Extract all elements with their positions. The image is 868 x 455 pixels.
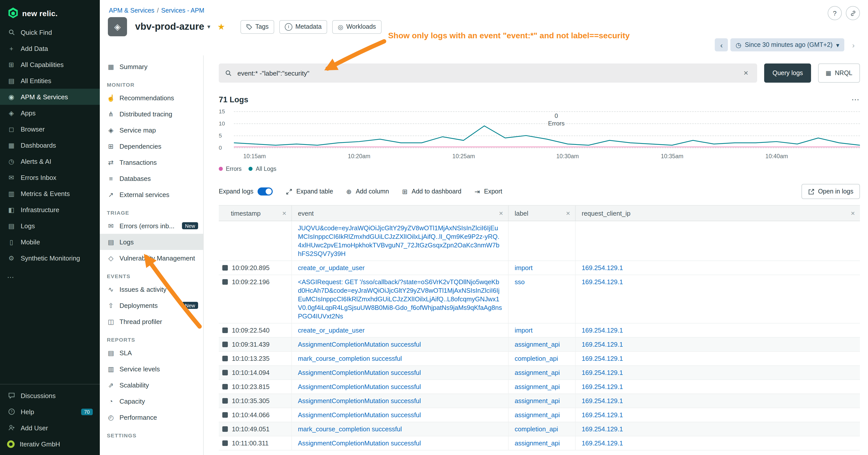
secondary-nav-errors-inbox[interactable]: ✉ Errors (errors inb... New	[100, 218, 203, 234]
log-query-input[interactable]	[237, 69, 736, 77]
open-in-logs-button[interactable]: Open in logs	[802, 184, 860, 199]
log-row[interactable]: 10:11:00.311 AssignmentCompletionMutatio…	[219, 436, 860, 451]
log-row-marker[interactable]	[222, 384, 228, 390]
global-nav-all-entities[interactable]: ▤ All Entities	[0, 72, 100, 89]
log-row-marker[interactable]	[222, 327, 228, 333]
log-ip-link[interactable]: 169.254.129.1	[582, 425, 623, 433]
log-row[interactable]: 10:10:44.066 AssignmentCompletionMutatio…	[219, 408, 860, 422]
log-row[interactable]: 10:10:23.815 AssignmentCompletionMutatio…	[219, 380, 860, 394]
log-row[interactable]: 10:10:13.235 mark_course_completion succ…	[219, 352, 860, 366]
add-to-dashboard-button[interactable]: ⊞ Add to dashboard	[402, 188, 461, 195]
log-label-link[interactable]: assignment_api	[515, 397, 560, 404]
log-event-link[interactable]: AssignmentCompletionMutation successful	[298, 340, 421, 348]
secondary-nav-databases[interactable]: ≡ Databases	[100, 170, 203, 187]
breadcrumb-services-apm[interactable]: Services - APM	[161, 7, 205, 14]
global-nav-metrics-events[interactable]: ▥ Metrics & Events	[0, 186, 100, 201]
log-row[interactable]: 10:09:20.895 create_or_update_user impor…	[219, 261, 860, 275]
footer-discussions[interactable]: Discussions	[0, 388, 100, 403]
log-label-link[interactable]: assignment_api	[515, 440, 560, 447]
log-event-link[interactable]: <ASGIRequest: GET '/sso/callback/?state=…	[298, 278, 502, 320]
log-row-partial[interactable]: JUQVU&code=eyJraWQiOiJjcGltY29yZV8wOTl1M…	[219, 221, 860, 261]
log-ip-link[interactable]: 169.254.129.1	[582, 440, 623, 447]
clear-query-icon[interactable]: ×	[741, 68, 751, 77]
breadcrumb-apm-services[interactable]: APM & Services	[109, 7, 155, 14]
log-row-marker[interactable]	[222, 398, 228, 403]
workloads-button[interactable]: ◎ Workloads	[332, 20, 381, 33]
global-nav-add-data[interactable]: + Add Data	[0, 40, 100, 57]
global-nav-errors-inbox[interactable]: ✉ Errors Inbox	[0, 169, 100, 186]
log-label-link[interactable]: sso	[515, 278, 525, 286]
log-row-marker[interactable]	[222, 342, 228, 347]
favorite-star-icon[interactable]: ★	[217, 22, 225, 32]
secondary-nav-service-levels[interactable]: ▥ Service levels	[100, 361, 203, 377]
footer-add-user[interactable]: Add User	[0, 420, 100, 436]
log-ip-link[interactable]: 169.254.129.1	[582, 397, 623, 404]
log-label-link[interactable]: assignment_api	[515, 411, 560, 419]
log-row[interactable]: 10:09:22.196 <ASGIRequest: GET '/sso/cal…	[219, 275, 860, 324]
remove-label-column-icon[interactable]: ×	[566, 209, 570, 217]
log-ip-link[interactable]: 169.254.129.1	[582, 278, 623, 286]
secondary-nav-external-services[interactable]: ↗ External services	[100, 187, 203, 202]
log-ip-link[interactable]: 169.254.129.1	[582, 264, 623, 271]
query-logs-button[interactable]: Query logs	[765, 64, 811, 83]
global-nav-logs[interactable]: ▤ Logs	[0, 218, 100, 234]
secondary-nav-summary[interactable]: ▦ Summary	[100, 59, 203, 74]
log-row[interactable]: 10:10:49.051 mark_course_completion succ…	[219, 422, 860, 436]
log-label-link[interactable]: assignment_api	[515, 383, 560, 390]
global-nav-dashboards[interactable]: ▦ Dashboards	[0, 137, 100, 153]
secondary-nav-recommendations[interactable]: ☝ Recommendations	[100, 90, 203, 106]
global-nav-mobile[interactable]: ▯ Mobile	[0, 234, 100, 250]
log-event-link[interactable]: create_or_update_user	[298, 264, 365, 271]
log-ip-link[interactable]: 169.254.129.1	[582, 355, 623, 362]
log-row[interactable]: 10:09:31.439 AssignmentCompletionMutatio…	[219, 337, 860, 352]
chart-menu-icon[interactable]: ⋯	[851, 95, 860, 104]
secondary-nav-scalability[interactable]: ⇗ Scalability	[100, 377, 203, 393]
log-ip-link[interactable]: 169.254.129.1	[582, 326, 623, 334]
footer-help[interactable]: ? Help 70	[0, 403, 100, 420]
time-forward-button[interactable]: ›	[847, 38, 860, 52]
secondary-nav-deployments[interactable]: ⇧ Deployments New	[100, 297, 203, 314]
log-label-link[interactable]: assignment_api	[515, 369, 560, 377]
secondary-nav-logs[interactable]: ▤ Logs	[100, 234, 203, 250]
remove-event-column-icon[interactable]: ×	[499, 209, 503, 217]
secondary-nav-vulnerability-management[interactable]: ◇ Vulnerability Management	[100, 250, 203, 266]
global-nav-browser[interactable]: ◻ Browser	[0, 121, 100, 137]
log-ip-link[interactable]: 169.254.129.1	[582, 340, 623, 348]
global-nav-infrastructure[interactable]: ◧ Infrastructure	[0, 201, 100, 218]
legend-all-logs[interactable]: All Logs	[249, 166, 277, 172]
secondary-nav-transactions[interactable]: ⇄ Transactions	[100, 154, 203, 170]
log-event-link[interactable]: AssignmentCompletionMutation successful	[298, 369, 421, 377]
log-event-link[interactable]: AssignmentCompletionMutation successful	[298, 411, 421, 419]
log-row-marker[interactable]	[222, 441, 228, 446]
log-event-link[interactable]: AssignmentCompletionMutation successful	[298, 383, 421, 390]
global-nav-apps[interactable]: ◈ Apps	[0, 105, 100, 121]
export-button[interactable]: ⇥ Export	[474, 188, 502, 195]
secondary-nav-distributed-tracing[interactable]: ⋔ Distributed tracing	[100, 106, 203, 122]
log-row[interactable]: 10:09:22.540 create_or_update_user impor…	[219, 324, 860, 337]
secondary-nav-issues-activity[interactable]: ∿ Issues & activity	[100, 281, 203, 297]
expand-logs-toggle[interactable]	[257, 188, 273, 195]
secondary-nav-dependencies[interactable]: ⊞ Dependencies	[100, 138, 203, 154]
time-back-button[interactable]: ‹	[715, 38, 728, 52]
log-row-marker[interactable]	[222, 265, 228, 270]
global-nav-alerts-ai[interactable]: ◷ Alerts & AI	[0, 153, 100, 169]
expand-table-button[interactable]: Expand table	[286, 188, 333, 195]
log-ip-link[interactable]: 169.254.129.1	[582, 411, 623, 419]
global-nav-apm-services[interactable]: ◉ APM & Services	[0, 89, 100, 105]
log-event-link[interactable]: AssignmentCompletionMutation successful	[298, 397, 421, 404]
log-row[interactable]: 10:10:14.094 AssignmentCompletionMutatio…	[219, 366, 860, 380]
metadata-button[interactable]: i Metadata	[279, 20, 327, 33]
log-row-marker[interactable]	[222, 412, 228, 418]
help-icon[interactable]: ?	[828, 6, 842, 20]
add-column-button[interactable]: ⊕ Add column	[346, 188, 389, 195]
log-event-link[interactable]: mark_course_completion successful	[298, 425, 402, 433]
log-label-link[interactable]: import	[515, 264, 532, 271]
secondary-nav-capacity[interactable]: ◔ Capacity	[100, 393, 203, 409]
log-event-link[interactable]: create_or_update_user	[298, 326, 365, 334]
permalink-icon[interactable]	[846, 6, 860, 20]
log-row-marker[interactable]	[222, 370, 228, 376]
global-nav-synthetic-monitoring[interactable]: ⚙ Synthetic Monitoring	[0, 250, 100, 266]
newrelic-logo[interactable]: new relic.	[0, 0, 100, 24]
log-row-marker[interactable]	[222, 279, 228, 285]
secondary-nav-performance[interactable]: ◴ Performance	[100, 409, 203, 425]
